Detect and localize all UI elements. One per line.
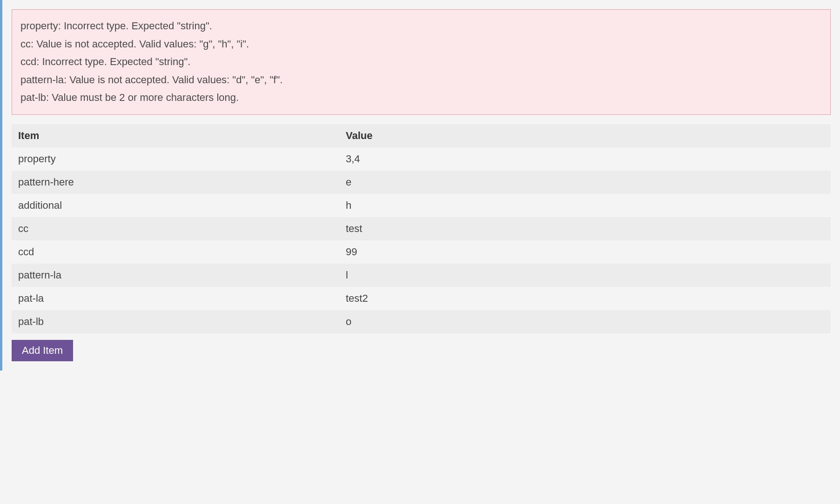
table-row[interactable]: pattern-here e bbox=[12, 171, 831, 194]
cell-item: pat-lb bbox=[12, 310, 339, 333]
cell-item: pat-la bbox=[12, 287, 339, 310]
cell-item: pattern-here bbox=[12, 171, 339, 194]
add-item-button[interactable]: Add Item bbox=[12, 340, 73, 361]
table-row[interactable]: property 3,4 bbox=[12, 147, 831, 171]
error-message: cc: Value is not accepted. Valid values:… bbox=[20, 35, 822, 53]
error-message: pattern-la: Value is not accepted. Valid… bbox=[20, 71, 822, 89]
table-row[interactable]: pat-la test2 bbox=[12, 287, 831, 310]
content-panel: property: Incorrect type. Expected "stri… bbox=[0, 0, 840, 371]
validation-error-box: property: Incorrect type. Expected "stri… bbox=[12, 9, 831, 115]
col-header-value: Value bbox=[339, 124, 831, 147]
table-row[interactable]: pat-lb o bbox=[12, 310, 831, 333]
cell-value: test2 bbox=[339, 287, 831, 310]
cell-value: 99 bbox=[339, 240, 831, 264]
cell-value: test bbox=[339, 217, 831, 240]
cell-value: l bbox=[339, 264, 831, 287]
cell-item: ccd bbox=[12, 240, 339, 264]
error-message: ccd: Incorrect type. Expected "string". bbox=[20, 53, 822, 71]
item-value-table: Item Value property 3,4 pattern-here e a… bbox=[12, 124, 831, 333]
error-message: pat-lb: Value must be 2 or more characte… bbox=[20, 89, 822, 107]
cell-item: property bbox=[12, 147, 339, 171]
table-row[interactable]: pattern-la l bbox=[12, 264, 831, 287]
error-message: property: Incorrect type. Expected "stri… bbox=[20, 17, 822, 35]
table-row[interactable]: cc test bbox=[12, 217, 831, 240]
cell-item: additional bbox=[12, 194, 339, 217]
table-row[interactable]: ccd 99 bbox=[12, 240, 831, 264]
cell-item: pattern-la bbox=[12, 264, 339, 287]
cell-value: e bbox=[339, 171, 831, 194]
cell-value: h bbox=[339, 194, 831, 217]
cell-value: o bbox=[339, 310, 831, 333]
cell-item: cc bbox=[12, 217, 339, 240]
table-row[interactable]: additional h bbox=[12, 194, 831, 217]
col-header-item: Item bbox=[12, 124, 339, 147]
cell-value: 3,4 bbox=[339, 147, 831, 171]
